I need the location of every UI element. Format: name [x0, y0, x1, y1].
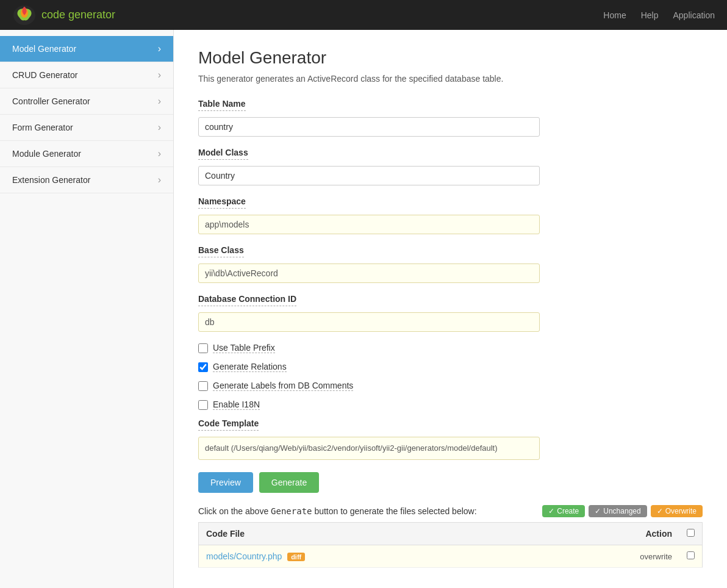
header: code generator Home Help Application [0, 0, 727, 30]
page-title: Model Generator [198, 48, 703, 68]
row-checkbox[interactable] [687, 551, 695, 559]
nav-help[interactable]: Help [641, 10, 659, 20]
chevron-right-icon: › [158, 148, 161, 159]
sidebar-item-form-generator[interactable]: Form Generator › [0, 115, 173, 141]
generate-button[interactable]: Generate [259, 472, 319, 493]
generate-labels-group: Generate Labels from DB Comments [198, 381, 703, 391]
diff-badge: diff [287, 553, 305, 561]
form-group-namespace: Namespace [198, 196, 703, 234]
table-row: models/Country.php diff overwrite [199, 545, 703, 567]
namespace-input[interactable] [198, 215, 540, 234]
code-file-header: Code File [199, 522, 607, 545]
sidebar-item-label: Module Generator [12, 149, 81, 159]
sidebar-item-label: Controller Generator [12, 96, 90, 106]
file-link[interactable]: models/Country.php [206, 551, 282, 561]
badge-create-label: Create [557, 507, 579, 515]
code-template-label: Code Template [198, 418, 259, 431]
db-connection-label: Database Connection ID [198, 294, 296, 306]
chevron-right-icon: › [158, 70, 161, 81]
code-file-cell: models/Country.php diff [199, 545, 607, 567]
use-table-prefix-label[interactable]: Use Table Prefix [213, 343, 275, 353]
form-group-model-class: Model Class [198, 148, 703, 185]
chevron-right-icon: › [158, 174, 161, 185]
generate-relations-checkbox[interactable] [198, 362, 208, 372]
namespace-label: Namespace [198, 196, 246, 209]
enable-i18n-label[interactable]: Enable I18N [213, 400, 260, 410]
row-checkbox-cell [679, 545, 703, 567]
form-group-code-template: Code Template default (/Users/qiang/Web/… [198, 418, 703, 460]
table-name-input[interactable] [198, 117, 540, 137]
check-icon: ✓ [595, 507, 601, 515]
badge-unchanged: ✓ Unchanged [589, 505, 646, 517]
model-class-label: Model Class [198, 148, 248, 160]
badge-unchanged-label: Unchanged [603, 507, 640, 515]
generate-relations-group: Generate Relations [198, 362, 703, 372]
sidebar-item-label: CRUD Generator [12, 70, 77, 80]
base-class-input[interactable] [198, 264, 540, 283]
sidebar-item-crud-generator[interactable]: CRUD Generator › [0, 62, 173, 88]
generate-info-row: Click on the above Generate button to ge… [198, 505, 703, 517]
generate-info-text: Click on the above Generate button to ge… [198, 506, 477, 516]
badges-row: ✓ Create ✓ Unchanged ✓ Overwrite [542, 505, 703, 517]
chevron-right-icon: › [158, 43, 161, 54]
sidebar-item-model-generator[interactable]: Model Generator › [0, 36, 173, 62]
nav-application[interactable]: Application [673, 10, 715, 20]
yii-logo-icon [12, 4, 37, 26]
action-value: overwrite [640, 552, 672, 561]
table-header: Code File Action [199, 522, 703, 545]
code-template-value: default (/Users/qiang/Web/yii/basic2/ven… [198, 437, 540, 460]
generate-labels-checkbox[interactable] [198, 381, 208, 391]
header-title: code generator [41, 9, 115, 21]
badge-create: ✓ Create [542, 505, 585, 517]
use-table-prefix-checkbox[interactable] [198, 343, 208, 353]
action-cell: overwrite [606, 545, 679, 567]
form-group-table-name: Table Name [198, 99, 703, 137]
model-class-input[interactable] [198, 166, 540, 185]
generate-relations-label[interactable]: Generate Relations [213, 362, 287, 372]
chevron-right-icon: › [158, 96, 161, 107]
sidebar-item-extension-generator[interactable]: Extension Generator › [0, 167, 173, 193]
check-icon: ✓ [548, 507, 554, 515]
sidebar-item-label: Extension Generator [12, 175, 90, 185]
layout: Model Generator › CRUD Generator › Contr… [0, 30, 727, 588]
main-content: Model Generator This generator generates… [174, 30, 727, 588]
action-header: Action [606, 522, 679, 545]
sidebar-item-label: Model Generator [12, 44, 76, 54]
table-name-label: Table Name [198, 99, 246, 111]
page-description: This generator generates an ActiveRecord… [198, 74, 703, 84]
nav-home[interactable]: Home [603, 10, 626, 20]
sidebar-item-label: Form Generator [12, 123, 73, 132]
button-row: Preview Generate [198, 472, 703, 493]
db-connection-input[interactable] [198, 312, 540, 332]
logo: code generator [12, 4, 115, 26]
badge-overwrite-label: Overwrite [665, 507, 697, 515]
form-group-base-class: Base Class [198, 245, 703, 283]
sidebar-item-controller-generator[interactable]: Controller Generator › [0, 88, 173, 115]
generate-suffix: button to generate the files selected be… [314, 506, 476, 516]
generate-code-word: Generate [271, 506, 312, 516]
form-group-db-connection: Database Connection ID [198, 294, 703, 332]
sidebar-item-module-generator[interactable]: Module Generator › [0, 141, 173, 167]
preview-button[interactable]: Preview [198, 472, 253, 493]
enable-i18n-group: Enable I18N [198, 400, 703, 410]
select-all-checkbox[interactable] [687, 529, 695, 537]
generate-prefix: Click on the above [198, 506, 268, 516]
check-icon: ✓ [657, 507, 663, 515]
use-table-prefix-group: Use Table Prefix [198, 343, 703, 353]
enable-i18n-checkbox[interactable] [198, 400, 208, 410]
chevron-right-icon: › [158, 122, 161, 133]
table-body: models/Country.php diff overwrite [199, 545, 703, 567]
header-nav: Home Help Application [603, 10, 715, 20]
badge-overwrite: ✓ Overwrite [651, 505, 703, 517]
generate-labels-label[interactable]: Generate Labels from DB Comments [213, 381, 353, 391]
file-table: Code File Action models/Country.php diff… [198, 522, 703, 568]
base-class-label: Base Class [198, 245, 244, 257]
sidebar: Model Generator › CRUD Generator › Contr… [0, 30, 174, 588]
